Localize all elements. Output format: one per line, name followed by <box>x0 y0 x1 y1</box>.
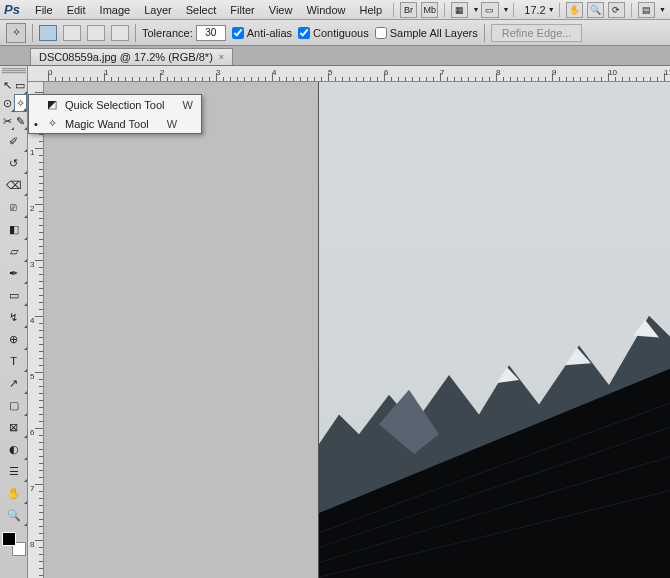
menu-filter[interactable]: Filter <box>223 0 261 20</box>
canvas-viewport[interactable] <box>44 82 670 578</box>
tolerance-label: Tolerance: <box>142 25 226 41</box>
menu-layer[interactable]: Layer <box>137 0 179 20</box>
tab-title: DSC08559a.jpg @ 17.2% (RGB/8*) <box>39 51 213 63</box>
tool-7[interactable]: ▭ <box>1 284 27 306</box>
menu-edit[interactable]: Edit <box>60 0 93 20</box>
bridge-button[interactable]: Br <box>400 2 417 18</box>
marquee-tool[interactable]: ▭ <box>14 76 27 94</box>
vertical-ruler[interactable]: 012345678 <box>28 82 44 578</box>
refine-edge-button[interactable]: Refine Edge... <box>491 24 583 42</box>
separator <box>135 24 136 42</box>
flyout-label: Magic Wand Tool <box>65 118 149 130</box>
selection-intersect-button[interactable] <box>111 25 129 41</box>
separator <box>32 24 33 42</box>
tool-2[interactable]: ⌫ <box>1 174 27 196</box>
menu-select[interactable]: Select <box>179 0 224 20</box>
flyout-shortcut: W <box>167 118 177 130</box>
tool-9[interactable]: ⊕ <box>1 328 27 350</box>
menu-window[interactable]: Window <box>299 0 352 20</box>
viewextras-button[interactable]: ▦ <box>451 2 468 18</box>
flyout-indicator-icon <box>23 108 26 111</box>
tool-8[interactable]: ↯ <box>1 306 27 328</box>
menu-file[interactable]: File <box>28 0 60 20</box>
work-area: ↖ ▭ ⊙ ✧ ✂ ✎ ✐↺⌫⎚◧▱✒▭↯⊕T↗▢⊠◐☰✋🔍 ◩ Quick S… <box>0 66 670 578</box>
crop-tool[interactable]: ✂ <box>1 112 14 130</box>
antialias-checkbox[interactable]: Anti-alias <box>232 27 292 39</box>
arrange-button[interactable]: ▤ <box>638 2 655 18</box>
document-canvas[interactable] <box>319 82 670 578</box>
menu-help[interactable]: Help <box>353 0 390 20</box>
tool-5[interactable]: ▱ <box>1 240 27 262</box>
flyout-quick-selection[interactable]: ◩ Quick Selection Tool W <box>29 95 201 114</box>
dropdown-arrow-icon[interactable]: ▼ <box>503 6 510 13</box>
rotate-button[interactable]: ⟳ <box>608 2 625 18</box>
document-tabs: DSC08559a.jpg @ 17.2% (RGB/8*) × <box>0 46 670 66</box>
tool-1[interactable]: ↺ <box>1 152 27 174</box>
tool-4[interactable]: ◧ <box>1 218 27 240</box>
menu-bar: Ps File Edit Image Layer Select Filter V… <box>0 0 670 20</box>
panel-grip[interactable] <box>2 68 26 74</box>
screenmode-button[interactable]: ▭ <box>481 2 498 18</box>
separator <box>631 3 632 17</box>
flyout-magic-wand[interactable]: • ✧ Magic Wand Tool W <box>29 114 201 133</box>
tool-15[interactable]: ☰ <box>1 460 27 482</box>
document-tab[interactable]: DSC08559a.jpg @ 17.2% (RGB/8*) × <box>30 48 233 65</box>
flyout-indicator-icon <box>24 523 27 526</box>
tool-11[interactable]: ↗ <box>1 372 27 394</box>
separator <box>559 3 560 17</box>
tool-13[interactable]: ⊠ <box>1 416 27 438</box>
magic-wand-icon: ✧ <box>45 117 59 130</box>
selection-new-button[interactable] <box>39 25 57 41</box>
tolerance-input[interactable] <box>196 25 226 41</box>
tool-12[interactable]: ▢ <box>1 394 27 416</box>
tool-panel: ↖ ▭ ⊙ ✧ ✂ ✎ ✐↺⌫⎚◧▱✒▭↯⊕T↗▢⊠◐☰✋🔍 <box>0 66 28 578</box>
separator <box>444 3 445 17</box>
dropdown-arrow-icon[interactable]: ▼ <box>472 6 479 13</box>
image-content <box>319 306 670 578</box>
separator <box>513 3 514 17</box>
selection-subtract-button[interactable] <box>87 25 105 41</box>
tool-16[interactable]: ✋ <box>1 482 27 504</box>
dropdown-arrow-icon[interactable]: ▼ <box>548 6 555 13</box>
tool-14[interactable]: ◐ <box>1 438 27 460</box>
lasso-tool[interactable]: ⊙ <box>1 94 14 112</box>
tool-6[interactable]: ✒ <box>1 262 27 284</box>
zoom-button[interactable]: 🔍 <box>587 2 604 18</box>
separator <box>393 3 394 17</box>
eyedropper-tool[interactable]: ✎ <box>14 112 27 130</box>
dropdown-arrow-icon[interactable]: ▼ <box>659 6 666 13</box>
tool-17[interactable]: 🔍 <box>1 504 27 526</box>
flyout-label: Quick Selection Tool <box>65 99 164 111</box>
selection-add-button[interactable] <box>63 25 81 41</box>
menu-view[interactable]: View <box>262 0 300 20</box>
tool-0[interactable]: ✐ <box>1 130 27 152</box>
zoom-value[interactable]: 17.2 <box>524 4 545 16</box>
quick-selection-icon: ◩ <box>45 98 59 111</box>
current-tool-icon[interactable]: ✧ <box>6 23 26 43</box>
app-logo: Ps <box>4 2 20 17</box>
menu-image[interactable]: Image <box>93 0 138 20</box>
magic-wand-tool[interactable]: ✧ <box>14 94 27 112</box>
foreground-swatch[interactable] <box>2 532 16 546</box>
move-tool[interactable]: ↖ <box>1 76 14 94</box>
close-icon[interactable]: × <box>219 52 224 62</box>
hand-button[interactable]: ✋ <box>566 2 583 18</box>
tool-3[interactable]: ⎚ <box>1 196 27 218</box>
tool-flyout: ◩ Quick Selection Tool W • ✧ Magic Wand … <box>28 94 202 134</box>
flyout-shortcut: W <box>182 99 192 111</box>
horizontal-ruler[interactable]: 01234567891011 <box>28 66 670 82</box>
color-swatches[interactable] <box>2 532 26 556</box>
sample-all-checkbox[interactable]: Sample All Layers <box>375 27 478 39</box>
minibridge-button[interactable]: Mb <box>421 2 438 18</box>
contiguous-checkbox[interactable]: Contiguous <box>298 27 369 39</box>
separator <box>484 24 485 42</box>
tool-10[interactable]: T <box>1 350 27 372</box>
options-bar: ✧ Tolerance: Anti-alias Contiguous Sampl… <box>0 20 670 46</box>
